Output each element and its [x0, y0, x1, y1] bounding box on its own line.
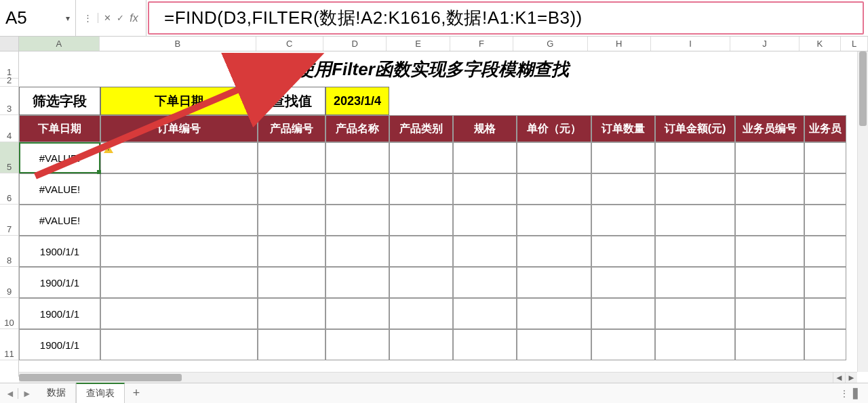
- name-box[interactable]: A5: [5, 7, 66, 28]
- data-cell-r7-c0[interactable]: #VALUE!: [19, 205, 100, 236]
- data-cell-r7-c9[interactable]: [735, 205, 804, 236]
- data-cell-r11-c10[interactable]: [804, 329, 846, 360]
- data-cell-r6-c6[interactable]: [517, 173, 591, 205]
- select-all-corner[interactable]: [0, 37, 19, 51]
- data-cell-r9-c0[interactable]: 1900/1/1: [19, 267, 100, 298]
- row-head-1[interactable]: 1: [0, 51, 18, 79]
- data-cell-r11-c8[interactable]: [655, 329, 735, 360]
- col-head-A[interactable]: A: [19, 37, 100, 51]
- data-cell-r6-c10[interactable]: [804, 173, 846, 205]
- formula-input-container[interactable]: =FIND(D3,FILTER(数据!A2:K1616,数据!A1:K1=B3)…: [148, 1, 864, 35]
- hscroll-right-icon[interactable]: ►: [845, 373, 857, 383]
- data-cell-r8-c5[interactable]: [453, 236, 517, 267]
- data-cell-r10-c6[interactable]: [517, 298, 591, 329]
- data-cell-r7-c4[interactable]: [389, 205, 453, 236]
- data-cell-r11-c9[interactable]: [735, 329, 804, 360]
- data-cell-r7-c1[interactable]: [100, 205, 258, 236]
- row-head-4[interactable]: 4: [0, 115, 18, 142]
- data-cell-r5-c1[interactable]: [100, 142, 258, 173]
- header-0[interactable]: 下单日期: [19, 115, 100, 142]
- error-warning-icon[interactable]: !: [103, 144, 114, 154]
- data-cell-r11-c4[interactable]: [389, 329, 453, 360]
- col-head-J[interactable]: J: [730, 37, 799, 51]
- data-cell-r5-c5[interactable]: [453, 142, 517, 173]
- lookup-label[interactable]: 查找值: [258, 87, 326, 115]
- data-cell-r8-c6[interactable]: [517, 236, 591, 267]
- data-cell-r11-c2[interactable]: [258, 329, 326, 360]
- data-cell-r11-c1[interactable]: [100, 329, 258, 360]
- horizontal-scrollbar[interactable]: ◄ ►: [19, 372, 857, 383]
- data-cell-r9-c8[interactable]: [655, 267, 735, 298]
- data-cell-r10-c10[interactable]: [804, 298, 846, 329]
- header-3[interactable]: 产品名称: [326, 115, 389, 142]
- data-cell-r5-c4[interactable]: [389, 142, 453, 173]
- col-head-H[interactable]: H: [588, 37, 651, 51]
- data-cell-r9-c1[interactable]: [100, 267, 258, 298]
- data-cell-r8-c9[interactable]: [735, 236, 804, 267]
- row-head-10[interactable]: 10: [0, 298, 18, 329]
- sheet-tab-0[interactable]: 数据: [37, 383, 76, 403]
- row-head-7[interactable]: 7: [0, 205, 18, 236]
- data-cell-r6-c2[interactable]: [258, 173, 326, 205]
- data-cell-r5-c9[interactable]: [735, 142, 804, 173]
- fx-icon[interactable]: fx: [130, 12, 138, 24]
- data-cell-r5-c0[interactable]: #VALUE!: [19, 142, 100, 173]
- header-1[interactable]: 订单编号: [100, 115, 258, 142]
- data-cell-r9-c2[interactable]: [258, 267, 326, 298]
- name-box-container[interactable]: A5 ▾: [0, 0, 76, 36]
- data-cell-r7-c3[interactable]: [326, 205, 389, 236]
- header-4[interactable]: 产品类别: [389, 115, 453, 142]
- col-head-K[interactable]: K: [800, 37, 842, 51]
- data-cell-r10-c4[interactable]: [389, 298, 453, 329]
- filter-field-label[interactable]: 筛选字段: [19, 87, 100, 115]
- data-cell-r9-c7[interactable]: [591, 267, 655, 298]
- formula-menu-icon[interactable]: ⋮: [83, 13, 98, 23]
- data-cell-r9-c4[interactable]: [389, 267, 453, 298]
- data-cell-r9-c9[interactable]: [735, 267, 804, 298]
- filter-field-value[interactable]: 下单日期: [100, 87, 258, 115]
- sheet-content[interactable]: 使用Filter函数实现多字段模糊查找筛选字段下单日期查找值2023/1/4下单…: [19, 51, 868, 377]
- data-cell-r7-c6[interactable]: [517, 205, 591, 236]
- data-cell-r5-c10[interactable]: [804, 142, 846, 173]
- data-cell-r7-c8[interactable]: [655, 205, 735, 236]
- row-head-8[interactable]: 8: [0, 236, 18, 267]
- header-8[interactable]: 订单金额(元): [655, 115, 735, 142]
- vscroll-thumb[interactable]: [859, 51, 867, 126]
- col-head-F[interactable]: F: [450, 37, 513, 51]
- col-head-L[interactable]: L: [841, 37, 868, 51]
- data-cell-r9-c10[interactable]: [804, 267, 846, 298]
- data-cell-r5-c2[interactable]: [258, 142, 326, 173]
- data-cell-r11-c7[interactable]: [591, 329, 655, 360]
- row-head-11[interactable]: 11: [0, 329, 18, 360]
- data-cell-r10-c2[interactable]: [258, 298, 326, 329]
- data-cell-r7-c5[interactable]: [453, 205, 517, 236]
- data-cell-r9-c6[interactable]: [517, 267, 591, 298]
- data-cell-r8-c0[interactable]: 1900/1/1: [19, 236, 100, 267]
- data-cell-r11-c0[interactable]: 1900/1/1: [19, 329, 100, 360]
- data-cell-r8-c10[interactable]: [804, 236, 846, 267]
- data-cell-r10-c9[interactable]: [735, 298, 804, 329]
- header-2[interactable]: 产品编号: [258, 115, 326, 142]
- data-cell-r8-c2[interactable]: [258, 236, 326, 267]
- row-head-6[interactable]: 6: [0, 173, 18, 205]
- data-cell-r5-c7[interactable]: [591, 142, 655, 173]
- col-head-I[interactable]: I: [651, 37, 730, 51]
- header-7[interactable]: 订单数量: [591, 115, 655, 142]
- data-cell-r5-c6[interactable]: [517, 142, 591, 173]
- hscroll-track[interactable]: [19, 373, 833, 383]
- data-cell-r6-c4[interactable]: [389, 173, 453, 205]
- header-5[interactable]: 规格: [453, 115, 517, 142]
- row-head-5[interactable]: 5: [0, 142, 18, 173]
- data-cell-r10-c1[interactable]: [100, 298, 258, 329]
- data-cell-r7-c7[interactable]: [591, 205, 655, 236]
- data-cell-r6-c3[interactable]: [326, 173, 389, 205]
- hscroll-left-icon[interactable]: ◄: [833, 373, 845, 383]
- add-sheet-button[interactable]: +: [125, 386, 149, 400]
- data-cell-r7-c2[interactable]: [258, 205, 326, 236]
- data-cell-r8-c4[interactable]: [389, 236, 453, 267]
- data-cell-r10-c5[interactable]: [453, 298, 517, 329]
- data-cell-r5-c3[interactable]: [326, 142, 389, 173]
- data-cell-r6-c0[interactable]: #VALUE!: [19, 173, 100, 205]
- vertical-scrollbar[interactable]: [857, 51, 868, 372]
- tab-prev-icon[interactable]: ◄: [5, 388, 18, 399]
